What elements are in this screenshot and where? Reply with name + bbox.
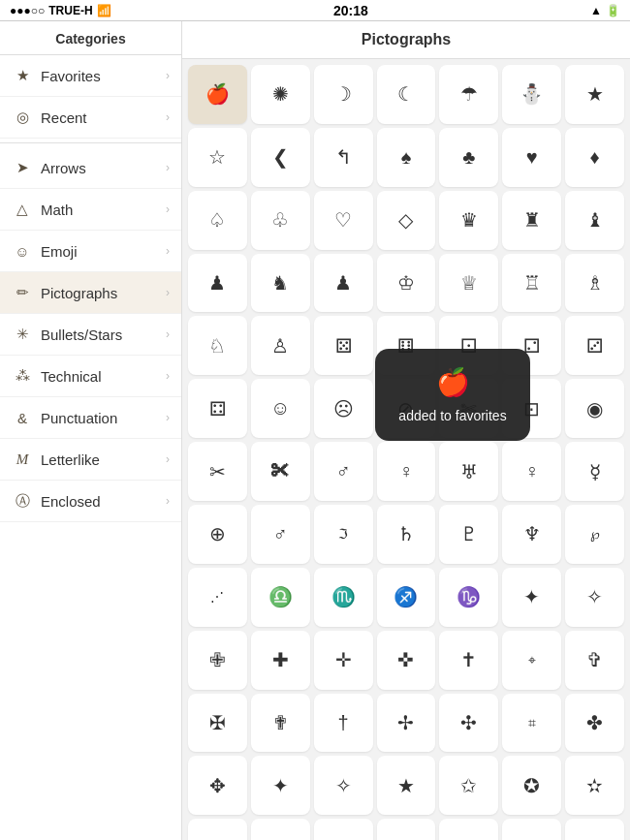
cell-cross2[interactable]: ✚ — [251, 631, 310, 690]
cell-libra[interactable]: ♎ — [251, 568, 310, 627]
cell-star14[interactable]: ✮ — [314, 819, 373, 840]
cell-scorpio[interactable]: ♏ — [314, 568, 373, 627]
cell-sun[interactable]: ✺ — [251, 65, 310, 124]
cell-maltese[interactable]: ✠ — [188, 694, 247, 753]
cell-pawn2[interactable]: ♟ — [314, 254, 373, 313]
sidebar-item-technical[interactable]: ⁂ Technical › — [0, 356, 181, 397]
cell-4star-outline[interactable]: ✧ — [565, 568, 624, 627]
cell-umbrella[interactable]: ☂ — [439, 65, 498, 124]
cell-knight[interactable]: ♞ — [251, 254, 310, 313]
cell-heart-outline[interactable]: ♡ — [314, 191, 373, 250]
cell-star12[interactable]: ✬ — [188, 819, 247, 840]
cell-smiley[interactable]: ☺ — [251, 379, 310, 438]
cell-im[interactable]: ℑ — [314, 505, 373, 564]
cell-male[interactable]: ♂ — [314, 442, 373, 501]
cell-mars[interactable]: ♂ — [251, 505, 310, 564]
cell-pawn1[interactable]: ♟ — [188, 254, 247, 313]
cell-ellipsis[interactable]: ⋰ — [188, 568, 247, 627]
arrows-chevron: › — [166, 161, 170, 174]
cell-cross-ornament4[interactable]: ✤ — [565, 694, 624, 753]
cell-star13[interactable]: ✭ — [251, 819, 310, 840]
cell-star15[interactable]: ✯ — [377, 819, 436, 840]
cell-bishop[interactable]: ♝ — [565, 191, 624, 250]
cell-scissors1[interactable]: ✂ — [188, 442, 247, 501]
cell-cross4[interactable]: ✜ — [377, 631, 436, 690]
cell-4star[interactable]: ✦ — [502, 568, 561, 627]
cell-star-solid[interactable]: ★ — [565, 65, 624, 124]
sidebar-item-favorites[interactable]: ★ Favorites › — [0, 55, 181, 97]
cell-female[interactable]: ♀ — [377, 442, 436, 501]
cell-spade[interactable]: ♠ — [377, 128, 436, 187]
cell-mercury[interactable]: ☿ — [565, 442, 624, 501]
cell-heart[interactable]: ♥ — [502, 128, 561, 187]
sidebar-item-enclosed[interactable]: Ⓐ Enclosed › — [0, 481, 181, 522]
cell-crescent-moon[interactable]: ☪ — [565, 819, 624, 840]
cell-wp[interactable]: ℘ — [565, 505, 624, 564]
cell-cross-outline[interactable]: ✟ — [251, 694, 310, 753]
cell-latin-cross[interactable]: ✝ — [439, 631, 498, 690]
cell-crescent2[interactable]: ☾ — [377, 65, 436, 124]
cell-star8[interactable]: ★ — [377, 756, 436, 815]
cell-cross-ornament6[interactable]: ✦ — [251, 756, 310, 815]
cell-wrook[interactable]: ♖ — [502, 254, 561, 313]
cell-venus[interactable]: ♀ — [502, 442, 561, 501]
sidebar-item-arrows[interactable]: ➤ Arrows › — [0, 147, 181, 189]
cell-die3[interactable]: ⚂ — [565, 316, 624, 375]
cell-capricorn[interactable]: ♑ — [439, 568, 498, 627]
cell-dagger[interactable]: † — [314, 694, 373, 753]
cell-cross6[interactable]: ⌖ — [502, 631, 561, 690]
cell-pluto[interactable]: ♇ — [439, 505, 498, 564]
sidebar-item-recent[interactable]: ◎ Recent › — [0, 97, 181, 139]
cell-wpawn[interactable]: ♙ — [251, 316, 310, 375]
cell-return[interactable]: ↰ — [314, 128, 373, 187]
cell-star16[interactable]: ✰ — [439, 819, 498, 840]
recent-label: Recent — [41, 109, 166, 126]
cell-king[interactable]: ♛ — [439, 191, 498, 250]
cell-cross-ornament2[interactable]: ✣ — [439, 694, 498, 753]
cell-club[interactable]: ♣ — [439, 128, 498, 187]
content-header: Pictographs — [182, 21, 630, 59]
sidebar-item-math[interactable]: △ Math › — [0, 189, 181, 231]
cell-wqueen[interactable]: ♕ — [439, 254, 498, 313]
cell-scissors2[interactable]: ✀ — [251, 442, 310, 501]
cell-cross3[interactable]: ✛ — [314, 631, 373, 690]
cell-wking[interactable]: ♔ — [377, 254, 436, 313]
cell-star9[interactable]: ✩ — [439, 756, 498, 815]
cell-die4[interactable]: ⚃ — [188, 379, 247, 438]
cell-cross-ornament1[interactable]: ✢ — [377, 694, 436, 753]
cell-club-outline[interactable]: ♧ — [251, 191, 310, 250]
cell-star17[interactable]: ✦ — [502, 819, 561, 840]
cell-crescent1[interactable]: ☽ — [314, 65, 373, 124]
cell-wbishop[interactable]: ♗ — [565, 254, 624, 313]
cell-cross1[interactable]: ✙ — [188, 631, 247, 690]
cell-diamond[interactable]: ♦ — [565, 128, 624, 187]
cell-wknight[interactable]: ♘ — [188, 316, 247, 375]
cell-cross7[interactable]: ✞ — [565, 631, 624, 690]
cell-star-outline[interactable]: ☆ — [188, 128, 247, 187]
sidebar-item-punctuation[interactable]: & Punctuation › — [0, 397, 181, 439]
cell-star11[interactable]: ✫ — [565, 756, 624, 815]
cell-earth[interactable]: ⊕ — [188, 505, 247, 564]
cell-neptune[interactable]: ♆ — [502, 505, 561, 564]
cell-saturn[interactable]: ♄ — [377, 505, 436, 564]
cell-apple[interactable]: 🍎 — [188, 65, 247, 124]
cell-star7[interactable]: ✧ — [314, 756, 373, 815]
cell-spade-outline[interactable]: ♤ — [188, 191, 247, 250]
cell-sagittarius[interactable]: ♐ — [377, 568, 436, 627]
sidebar-item-bullets[interactable]: ✳ Bullets/Stars › — [0, 314, 181, 356]
cell-eye[interactable]: ◉ — [565, 379, 624, 438]
cell-uranus[interactable]: ♅ — [439, 442, 498, 501]
cell-left-angle[interactable]: ❮ — [251, 128, 310, 187]
sidebar-item-pictographs[interactable]: ✏ Pictographs › — [0, 272, 181, 314]
cell-die5[interactable]: ⚄ — [314, 316, 373, 375]
sidebar-item-emoji[interactable]: ☺ Emoji › — [0, 231, 181, 272]
grid-container[interactable]: 🍎 ✺ ☽ ☾ ☂ ⛄ ★ ☆ ❮ ↰ ♠ ♣ ♥ ♦ ♤ — [182, 59, 630, 840]
cell-snowman[interactable]: ⛄ — [502, 65, 561, 124]
cell-frowny[interactable]: ☹ — [314, 379, 373, 438]
cell-cross-ornament5[interactable]: ✥ — [188, 756, 247, 815]
sidebar-item-letterlike[interactable]: M Letterlike › — [0, 439, 181, 481]
cell-rook[interactable]: ♜ — [502, 191, 561, 250]
cell-cross-ornament3[interactable]: ⌗ — [502, 694, 561, 753]
cell-diamond-outline[interactable]: ◇ — [377, 191, 436, 250]
cell-star10[interactable]: ✪ — [502, 756, 561, 815]
